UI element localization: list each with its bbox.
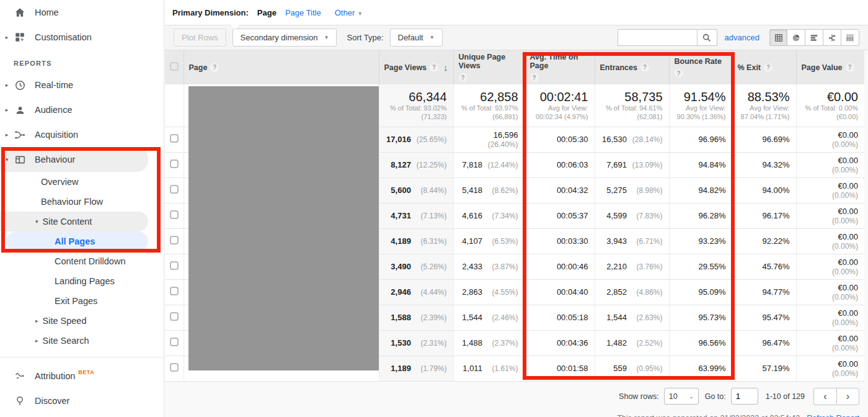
sidebar-item-site-search[interactable]: ▸ Site Search <box>0 331 164 351</box>
exit-cell: 94.77% <box>732 279 796 305</box>
lightbulb-icon <box>14 395 26 407</box>
summary-unique-page-views: 62,858 % of Total: 93.97% (66,891) <box>453 84 525 127</box>
home-icon <box>14 6 26 19</box>
page-views-cell: 4,189 (6.31%) <box>379 228 453 254</box>
sidebar-item-acquisition[interactable]: ▸ Acquisition <box>0 122 164 147</box>
plot-rows-button[interactable]: Plot Rows <box>174 29 226 47</box>
previous-page-button[interactable]: ‹ <box>813 388 836 405</box>
help-icon[interactable]: ? <box>430 63 438 72</box>
bar-list-icon <box>809 33 819 43</box>
avg-time-cell: 00:00:46 <box>525 254 595 279</box>
sidebar-item-content-drilldown[interactable]: Content Drilldown <box>0 251 164 271</box>
avg-time-cell: 00:06:03 <box>525 152 595 177</box>
show-rows-select[interactable]: 10⌄ <box>664 388 699 405</box>
avg-time-cell: 00:05:18 <box>525 305 595 330</box>
page-value-cell: €0.00 (0.00%) <box>796 330 864 356</box>
row-checkbox[interactable] <box>170 312 179 321</box>
sidebar-item-exit-pages[interactable]: Exit Pages <box>0 291 164 311</box>
col-header-page-views[interactable]: Page Views?↓ <box>379 50 453 84</box>
percentage-view-button[interactable] <box>787 29 805 46</box>
entrances-cell: 2,210 (3.76%) <box>595 254 669 279</box>
sidebar-item-admin[interactable]: Admin <box>0 413 164 417</box>
sidebar-item-attribution[interactable]: Attribution BETA <box>0 364 164 388</box>
col-header-avg-time[interactable]: Avg. Time on Page? <box>525 50 595 84</box>
help-icon[interactable]: ? <box>675 69 683 78</box>
report-toolbar: Plot Rows Secondary dimension▼ Sort Type… <box>165 25 868 50</box>
sidebar-item-home[interactable]: Home <box>0 0 164 25</box>
search-button[interactable] <box>697 29 717 46</box>
sidebar-item-realtime[interactable]: ▸ Real-time <box>0 73 164 97</box>
sort-descending-icon[interactable]: ↓ <box>443 62 448 73</box>
dimension-option-page[interactable]: Page <box>257 8 277 17</box>
unique-page-views-cell: 1,011 (1.61%) <box>453 356 525 381</box>
sidebar-item-behaviour[interactable]: ▾ Behaviour <box>0 147 148 172</box>
expand-icon: ▸ <box>35 338 38 344</box>
dimension-option-page-title[interactable]: Page Title <box>285 8 321 17</box>
page-value-cell: €0.00 (0.00%) <box>796 152 864 177</box>
bounce-rate-cell: 96.56% <box>669 330 732 356</box>
col-header-page-value[interactable]: Page Value? <box>796 50 864 84</box>
sidebar-item-customisation[interactable]: ▸ Customisation <box>0 25 164 50</box>
sidebar-item-site-content[interactable]: ▾ Site Content <box>0 212 148 231</box>
help-icon[interactable]: ? <box>640 63 649 72</box>
row-checkbox[interactable] <box>170 236 179 244</box>
select-all-checkbox[interactable] <box>170 62 179 71</box>
next-page-button[interactable]: › <box>836 388 859 405</box>
row-checkbox[interactable] <box>170 134 179 143</box>
row-checkbox[interactable] <box>170 338 179 346</box>
search-icon <box>702 33 712 43</box>
sidebar-item-landing-pages[interactable]: Landing Pages <box>0 271 164 291</box>
behaviour-icon <box>14 153 26 166</box>
avg-time-cell: 00:05:30 <box>525 127 595 152</box>
refresh-report-link[interactable]: Refresh Report <box>807 414 859 417</box>
page-views-cell: 17,016 (25.65%) <box>379 127 453 152</box>
sidebar-item-audience[interactable]: ▸ Audience <box>0 97 164 122</box>
row-checkbox[interactable] <box>170 185 179 194</box>
col-header-exit[interactable]: % Exit? <box>732 50 796 84</box>
col-header-bounce-rate[interactable]: Bounce Rate? <box>669 50 732 84</box>
help-icon[interactable]: ? <box>764 63 773 72</box>
sidebar-item-discover[interactable]: Discover <box>0 388 164 413</box>
row-checkbox[interactable] <box>170 261 179 270</box>
sidebar-item-overview[interactable]: Overview <box>0 172 164 192</box>
pivot-view-button[interactable] <box>841 29 859 46</box>
dimension-option-other[interactable]: Other▼ <box>335 8 363 17</box>
person-icon <box>14 104 26 116</box>
row-checkbox[interactable] <box>170 363 179 372</box>
unique-page-views-cell: 7,818 (12.44%) <box>453 152 525 177</box>
bounce-rate-cell: 95.73% <box>669 305 732 330</box>
advanced-link[interactable]: advanced <box>725 33 760 42</box>
help-icon[interactable]: ? <box>459 73 467 82</box>
entrances-cell: 3,943 (6.71%) <box>595 228 669 254</box>
goto-page-input[interactable] <box>731 388 758 405</box>
sidebar: Home ▸ Customisation REPORTS ▸ Real-time… <box>0 0 164 417</box>
comparison-view-button[interactable] <box>823 29 841 46</box>
row-checkbox[interactable] <box>170 210 179 219</box>
row-checkbox[interactable] <box>170 159 179 168</box>
redacted-page-column <box>188 86 379 370</box>
bounce-rate-cell: 96.28% <box>669 203 732 228</box>
sidebar-item-site-speed[interactable]: ▸ Site Speed <box>0 311 164 331</box>
secondary-dimension-button[interactable]: Secondary dimension▼ <box>232 29 337 47</box>
performance-view-button[interactable] <box>805 29 823 46</box>
beta-badge: BETA <box>78 369 94 375</box>
collapse-icon: ▾ <box>35 218 38 225</box>
col-header-page[interactable]: Page? <box>184 50 379 84</box>
attribution-icon <box>14 370 26 382</box>
row-checkbox[interactable] <box>170 287 179 295</box>
table-view-button[interactable] <box>769 29 787 46</box>
page-value-cell: €0.00 (0.00%) <box>796 177 864 203</box>
col-header-entrances[interactable]: Entrances? <box>595 50 669 84</box>
sidebar-item-behaviour-flow[interactable]: Behaviour Flow <box>0 192 164 212</box>
sidebar-item-all-pages[interactable]: All Pages <box>6 231 148 251</box>
col-header-unique-page-views[interactable]: Unique Page Views? <box>453 50 525 84</box>
search-input[interactable] <box>618 29 697 46</box>
unique-page-views-cell: 4,616 (7.34%) <box>453 203 525 228</box>
help-icon[interactable]: ? <box>210 63 219 72</box>
sort-type-dropdown[interactable]: Default▼ <box>390 29 443 47</box>
help-icon[interactable]: ? <box>846 63 854 72</box>
page-views-cell: 1,189 (1.79%) <box>379 356 453 381</box>
help-icon[interactable]: ? <box>530 73 539 82</box>
page-views-cell: 1,588 (2.39%) <box>379 305 453 330</box>
avg-time-cell: 00:04:40 <box>525 279 595 305</box>
